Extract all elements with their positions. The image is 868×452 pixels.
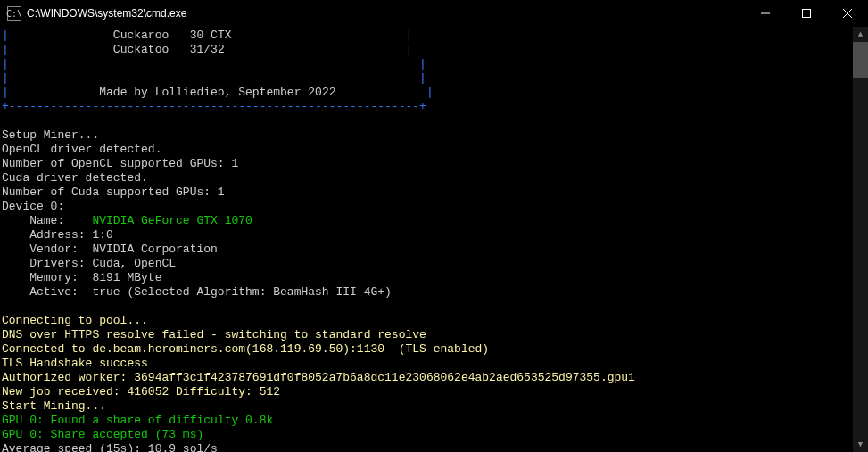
- banner-row: | |: [2, 71, 868, 86]
- conn-line: Start Mining...: [2, 399, 868, 414]
- setup-line: Number of OpenCL supported GPUs: 1: [2, 157, 868, 171]
- minimize-icon: [761, 9, 770, 18]
- conn-line: Authorized worker: 3694aff3c1f423787691d…: [2, 371, 868, 385]
- conn-line: TLS Handshake success: [2, 357, 868, 371]
- vertical-scrollbar[interactable]: ▲ ▼: [853, 27, 868, 452]
- terminal-output: | Cuckaroo 30 CTX | | Cuckatoo 31/32 | |…: [0, 27, 868, 452]
- blank-line: [2, 114, 868, 128]
- speed-line: Average speed (15s): 10.9 sol/s: [2, 442, 868, 452]
- window-controls: [745, 0, 868, 27]
- device-address: Address: 1:0: [2, 228, 868, 242]
- conn-line: Connected to de.beam.herominers.com(168.…: [2, 342, 868, 357]
- conn-line: DNS over HTTPS resolve failed - switchin…: [2, 328, 868, 342]
- window-titlebar: C:\ C:\WINDOWS\system32\cmd.exe: [0, 0, 868, 27]
- window-title: C:\WINDOWS\system32\cmd.exe: [27, 7, 745, 20]
- scrollbar-thumb[interactable]: [853, 42, 868, 78]
- gpu-line: GPU 0: Found a share of difficulty 0.8k: [2, 414, 868, 428]
- minimize-button[interactable]: [745, 0, 786, 27]
- gpu-line: GPU 0: Share accepted (73 ms): [2, 428, 868, 442]
- device-memory: Memory: 8191 MByte: [2, 271, 868, 285]
- setup-line: Cuda driver detected.: [2, 171, 868, 185]
- device-drivers: Drivers: Cuda, OpenCL: [2, 257, 868, 271]
- banner-row: | Cuckaroo 30 CTX |: [2, 29, 868, 43]
- maximize-button[interactable]: [786, 0, 827, 27]
- scroll-down-arrow-icon[interactable]: ▼: [853, 437, 868, 452]
- device-name: Name: NVIDIA GeForce GTX 1070: [2, 214, 868, 228]
- conn-line: New job received: 416052 Difficulty: 512: [2, 385, 868, 399]
- scroll-up-arrow-icon[interactable]: ▲: [853, 27, 868, 42]
- blank-line: [2, 300, 868, 314]
- close-icon: [843, 9, 852, 18]
- maximize-icon: [802, 9, 811, 18]
- device-active: Active: true (Selected Algorithm: BeamHa…: [2, 285, 868, 300]
- setup-line: OpenCL driver detected.: [2, 143, 868, 157]
- banner-divider: +---------------------------------------…: [2, 100, 868, 114]
- device-vendor: Vendor: NVIDIA Corporation: [2, 242, 868, 257]
- banner-row: | |: [2, 57, 868, 71]
- svg-rect-0: [803, 10, 811, 18]
- banner-credits: | Made by Lolliedieb, September 2022 |: [2, 86, 868, 100]
- setup-line: Setup Miner...: [2, 128, 868, 143]
- banner-row: | Cuckatoo 31/32 |: [2, 43, 868, 57]
- cmd-icon: C:\: [7, 6, 21, 21]
- setup-line: Number of Cuda supported GPUs: 1: [2, 185, 868, 200]
- device-header: Device 0:: [2, 200, 868, 214]
- close-button[interactable]: [827, 0, 868, 27]
- conn-line: Connecting to pool...: [2, 314, 868, 328]
